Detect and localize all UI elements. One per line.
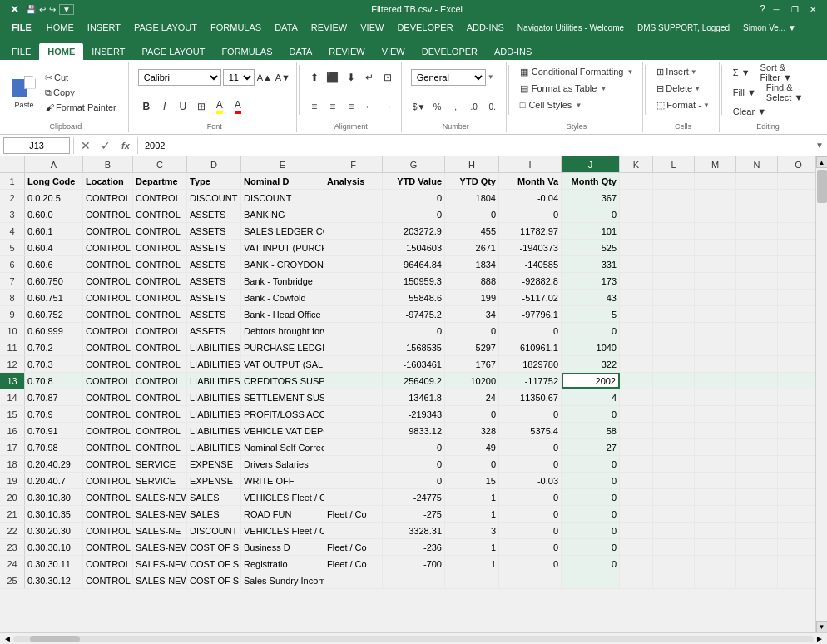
minimize-button[interactable]: ─: [769, 2, 784, 16]
addins-menu[interactable]: ADD-INS: [460, 18, 511, 37]
number-format-select[interactable]: General: [411, 69, 486, 86]
cell-l10[interactable]: [653, 323, 695, 339]
format-button[interactable]: ⬚ Format - ▼: [652, 97, 713, 113]
cell-j19[interactable]: 0: [562, 473, 620, 488]
cell-o15[interactable]: [778, 406, 815, 422]
cell-j25[interactable]: [562, 572, 620, 588]
cell-c4[interactable]: CONTROL: [133, 223, 187, 239]
cell-j17[interactable]: 27: [562, 439, 620, 455]
cell-o12[interactable]: [778, 356, 815, 372]
cell-o14[interactable]: [778, 389, 815, 405]
cell-n16[interactable]: [736, 423, 778, 438]
page-layout-menu[interactable]: PAGE LAYOUT: [127, 18, 204, 37]
cell-e9[interactable]: Bank - Head Office: [241, 306, 324, 322]
cell-j1[interactable]: Month Qty: [562, 173, 620, 189]
row-num-12[interactable]: 12: [0, 356, 25, 372]
cell-d8[interactable]: ASSETS: [187, 290, 241, 305]
cell-d6[interactable]: ASSETS: [187, 256, 241, 272]
cell-k11[interactable]: [620, 339, 653, 355]
cell-h19[interactable]: 15: [445, 473, 499, 488]
cell-f14[interactable]: [324, 389, 383, 405]
cell-a5[interactable]: 0.60.4: [25, 240, 83, 255]
cell-i19[interactable]: -0.03: [499, 473, 562, 488]
cell-c22[interactable]: SALES-NE: [133, 523, 187, 538]
cell-l2[interactable]: [653, 190, 695, 206]
cell-c17[interactable]: CONTROL: [133, 439, 187, 455]
cell-f3[interactable]: [324, 206, 383, 222]
col-header-d[interactable]: D: [187, 156, 241, 172]
cell-m5[interactable]: [695, 240, 736, 255]
align-left-button[interactable]: ≡: [306, 98, 323, 115]
cell-b23[interactable]: CONTROL: [83, 539, 133, 555]
name-box[interactable]: J13: [3, 137, 70, 154]
cell-b25[interactable]: CONTROL: [83, 572, 133, 588]
cell-c2[interactable]: CONTROL: [133, 190, 187, 206]
cell-k19[interactable]: [620, 473, 653, 488]
row-num-24[interactable]: 24: [0, 556, 25, 572]
cell-f8[interactable]: [324, 290, 383, 305]
cell-j8[interactable]: 43: [562, 290, 620, 305]
cell-j2[interactable]: 367: [562, 190, 620, 206]
scroll-up-button[interactable]: ▲: [816, 156, 828, 168]
cell-n11[interactable]: [736, 339, 778, 355]
cell-l12[interactable]: [653, 356, 695, 372]
cell-e24[interactable]: Registratio: [241, 556, 324, 572]
cell-h18[interactable]: 0: [445, 456, 499, 472]
cell-d15[interactable]: LIABILITIES: [187, 406, 241, 422]
cell-b11[interactable]: CONTROL: [83, 339, 133, 355]
cell-e15[interactable]: PROFIT/LOSS ACCOU: [241, 406, 324, 422]
col-header-g[interactable]: G: [383, 156, 445, 172]
find-select-button[interactable]: Find &Select ▼: [762, 84, 808, 101]
cell-d19[interactable]: EXPENSE: [187, 473, 241, 488]
cell-b24[interactable]: CONTROL: [83, 556, 133, 572]
row-num-16[interactable]: 16: [0, 423, 25, 438]
percent-button[interactable]: %: [429, 98, 446, 115]
clear-button[interactable]: Clear ▼: [729, 103, 770, 120]
cell-d5[interactable]: ASSETS: [187, 240, 241, 255]
cell-a13[interactable]: 0.70.8: [25, 373, 83, 389]
cell-c3[interactable]: CONTROL: [133, 206, 187, 222]
paste-button[interactable]: Paste: [8, 73, 40, 111]
vertical-scrollbar[interactable]: ▲ ▼: [815, 156, 827, 632]
col-header-l[interactable]: L: [653, 156, 695, 172]
cell-k6[interactable]: [620, 256, 653, 272]
cell-f4[interactable]: [324, 223, 383, 239]
cell-n5[interactable]: [736, 240, 778, 255]
cell-n10[interactable]: [736, 323, 778, 339]
cell-j24[interactable]: 0: [562, 556, 620, 572]
cell-styles-button[interactable]: □ Cell Styles ▼: [516, 97, 587, 113]
fill-color-button[interactable]: A: [211, 98, 228, 115]
align-bottom-button[interactable]: ⬇: [343, 69, 359, 86]
cell-e18[interactable]: Drivers Salaries: [241, 456, 324, 472]
cell-m4[interactable]: [695, 223, 736, 239]
cell-o9[interactable]: [778, 306, 815, 322]
cell-b5[interactable]: CONTROL: [83, 240, 133, 255]
cell-k22[interactable]: [620, 523, 653, 538]
cell-f11[interactable]: [324, 339, 383, 355]
cell-o16[interactable]: [778, 423, 815, 438]
cell-e12[interactable]: VAT OUTPUT (SALES): [241, 356, 324, 372]
cell-e8[interactable]: Bank - Cowfold: [241, 290, 324, 305]
cell-l14[interactable]: [653, 389, 695, 405]
row-num-14[interactable]: 14: [0, 389, 25, 405]
cell-e10[interactable]: Debtors brought forw: [241, 323, 324, 339]
format-painter-button[interactable]: 🖌 Format Painter: [42, 101, 120, 114]
cell-a12[interactable]: 0.70.3: [25, 356, 83, 372]
row-num-8[interactable]: 8: [0, 290, 25, 305]
cell-i8[interactable]: -5117.02: [499, 290, 562, 305]
cell-i12[interactable]: 1829780: [499, 356, 562, 372]
decrease-font-button[interactable]: A▼: [275, 69, 291, 86]
cell-n14[interactable]: [736, 389, 778, 405]
cell-d17[interactable]: LIABILITIES: [187, 439, 241, 455]
cell-b21[interactable]: CONTROL: [83, 506, 133, 522]
format-as-table-button[interactable]: ▤ Format as Table ▼: [516, 80, 612, 97]
cell-h7[interactable]: 888: [445, 273, 499, 289]
cell-b20[interactable]: CONTROL: [83, 489, 133, 505]
cell-k18[interactable]: [620, 456, 653, 472]
font-name-select[interactable]: Calibri: [138, 69, 221, 86]
cell-e2[interactable]: DISCOUNT: [241, 190, 324, 206]
cell-g14[interactable]: -13461.8: [383, 389, 445, 405]
cell-n15[interactable]: [736, 406, 778, 422]
cell-l19[interactable]: [653, 473, 695, 488]
cell-l5[interactable]: [653, 240, 695, 255]
